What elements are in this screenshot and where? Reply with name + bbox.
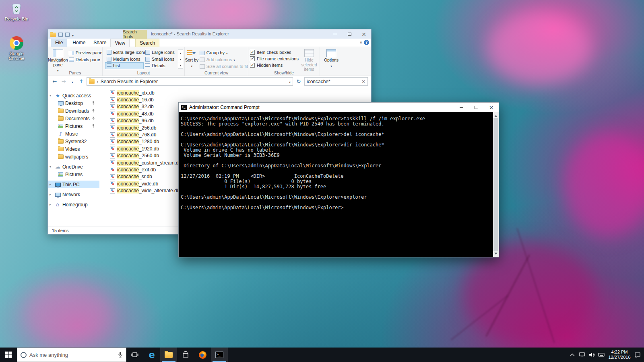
desktop-icon-recycle-bin[interactable]: Recycle Bin (3, 2, 30, 21)
layout-extra-large-icons[interactable]: Extra large icons (105, 49, 144, 56)
search-tools-contextual-tab[interactable]: Search Tools (123, 30, 147, 39)
volume-button[interactable] (587, 348, 597, 362)
sidebar-item-onedrive[interactable]: OneDrive (48, 163, 99, 171)
taskbar-command-prompt-button[interactable] (211, 348, 228, 362)
sidebar-item-label: Pictures (65, 172, 83, 177)
search-highlight: iconcache (117, 139, 139, 144)
gallery-more-icon[interactable] (178, 62, 183, 68)
tab-view[interactable]: View (110, 39, 130, 47)
start-button[interactable] (0, 348, 17, 362)
cortana-search-box[interactable]: Ask me anything (17, 348, 126, 362)
address-box[interactable]: Search Results in Explorer (87, 77, 293, 86)
address-dropdown-icon[interactable] (289, 79, 291, 84)
taskbar-edge-button[interactable] (143, 348, 160, 362)
action-center-button[interactable] (633, 348, 642, 362)
taskbar-file-explorer-button[interactable] (160, 348, 177, 362)
hidden-items-checkbox[interactable]: Hidden items (250, 63, 299, 68)
chevron-right-icon[interactable] (50, 203, 53, 206)
minimize-button[interactable] (454, 103, 469, 112)
tab-share[interactable]: Share (89, 39, 110, 47)
minimize-button[interactable] (328, 29, 342, 39)
sidebar-item-network[interactable]: Network (48, 191, 99, 198)
search-highlight: iconcache (117, 153, 139, 158)
sidebar-item-music[interactable]: Music (48, 130, 99, 138)
file-name-extensions-checkbox[interactable]: File name extensions (250, 56, 299, 61)
gallery-scroll-down-icon[interactable] (178, 56, 183, 63)
help-icon[interactable] (364, 40, 369, 45)
layout-medium-icons[interactable]: Medium icons (105, 56, 144, 63)
tab-search[interactable]: Search (135, 39, 159, 47)
breadcrumb[interactable]: Search Results in Explorer (101, 79, 158, 84)
sidebar-item-label: Pictures (65, 123, 83, 129)
clear-search-icon[interactable] (361, 79, 365, 84)
tab-file[interactable]: File (51, 39, 67, 47)
layout-large-icons[interactable]: Large icons (144, 49, 174, 56)
console-scrollbar[interactable] (493, 112, 499, 257)
console-output[interactable]: C:\Users\admin\AppData\Local\Microsoft\W… (179, 112, 493, 257)
sidebar-item-desktop[interactable]: Desktop (48, 99, 99, 107)
close-button[interactable] (357, 29, 371, 39)
desktop-icon-google-chrome[interactable]: Google Chrome (3, 36, 30, 61)
qat-customize-chevron-icon[interactable] (72, 31, 74, 38)
sidebar-item-pictures[interactable]: Pictures (48, 122, 99, 130)
back-button[interactable] (51, 78, 58, 84)
close-button[interactable] (484, 103, 499, 112)
sidebar-item-quick-access[interactable]: Quick access (48, 92, 99, 99)
up-button[interactable] (78, 78, 85, 84)
scroll-down-icon[interactable] (493, 251, 499, 257)
preview-pane-label: Preview pane (76, 50, 103, 55)
cmd-titlebar[interactable]: Administrator: Command Prompt (179, 103, 499, 112)
file-item[interactable]: iconcache_idx.db (110, 89, 371, 96)
maximize-button[interactable] (342, 29, 357, 39)
size-all-columns-button[interactable]: Size all columns to fit (200, 64, 248, 69)
recent-locations-icon[interactable] (69, 78, 76, 84)
search-input[interactable]: iconcache* (304, 77, 368, 86)
options-button[interactable]: Options (320, 47, 343, 76)
layout-list[interactable]: List (105, 62, 144, 69)
item-check-boxes-checkbox[interactable]: Item check boxes (250, 50, 299, 55)
show-hidden-icons-button[interactable] (568, 348, 577, 362)
tab-home[interactable]: Home (68, 39, 89, 47)
file-name: _idx.db (139, 90, 155, 96)
qat-new-folder-button[interactable] (65, 33, 70, 37)
sidebar-item-downloads[interactable]: Downloads (48, 107, 99, 115)
cmd-caption-buttons (454, 103, 499, 112)
taskbar-firefox-button[interactable] (194, 348, 211, 362)
sidebar-item-onedrive-pictures[interactable]: Pictures (48, 171, 99, 178)
taskbar-store-button[interactable] (177, 348, 194, 362)
sort-by-icon (187, 49, 196, 57)
microphone-icon[interactable] (118, 352, 123, 358)
explorer-titlebar[interactable]: Search Tools iconcache* - Search Results… (48, 29, 371, 39)
chevron-down-icon[interactable] (50, 94, 53, 97)
taskbar-clock[interactable]: 4:22 PM 12/27/2016 (606, 348, 633, 362)
network-status-button[interactable] (577, 348, 587, 362)
forward-button[interactable] (60, 78, 67, 84)
touch-keyboard-button[interactable] (597, 348, 606, 362)
sidebar-item-homegroup[interactable]: Homegroup (48, 201, 99, 208)
task-view-icon (131, 352, 138, 358)
details-pane-button[interactable]: Details pane (69, 57, 103, 62)
chevron-right-icon[interactable] (50, 193, 53, 196)
sidebar-item-videos[interactable]: Videos (48, 145, 99, 153)
layout-details[interactable]: Details (144, 62, 174, 69)
sidebar-item-system32[interactable]: System32 (48, 138, 99, 145)
scroll-up-icon[interactable] (493, 112, 499, 118)
layout-item-label: Medium icons (113, 57, 140, 62)
homegroup-house-icon (55, 202, 61, 207)
sidebar-item-documents[interactable]: Documents (48, 115, 99, 122)
scrollbar-thumb[interactable] (493, 118, 498, 251)
group-by-button[interactable]: Group by (200, 50, 248, 55)
chevron-right-icon[interactable] (50, 183, 53, 186)
add-columns-button[interactable]: Add columns (200, 57, 248, 62)
preview-pane-button[interactable]: Preview pane (69, 50, 103, 55)
gallery-scroll-up-icon[interactable] (178, 50, 183, 56)
sidebar-item-wallpapers[interactable]: wallpapers (48, 153, 99, 160)
maximize-button[interactable] (469, 103, 484, 112)
collapse-ribbon-icon[interactable] (359, 40, 362, 44)
task-view-button[interactable] (126, 348, 143, 362)
sidebar-item-this-pc[interactable]: This PC (48, 181, 99, 188)
chevron-down-icon[interactable] (50, 165, 53, 169)
qat-properties-button[interactable] (58, 33, 63, 37)
layout-small-icons[interactable]: Small icons (144, 56, 174, 63)
refresh-icon[interactable] (295, 78, 303, 84)
